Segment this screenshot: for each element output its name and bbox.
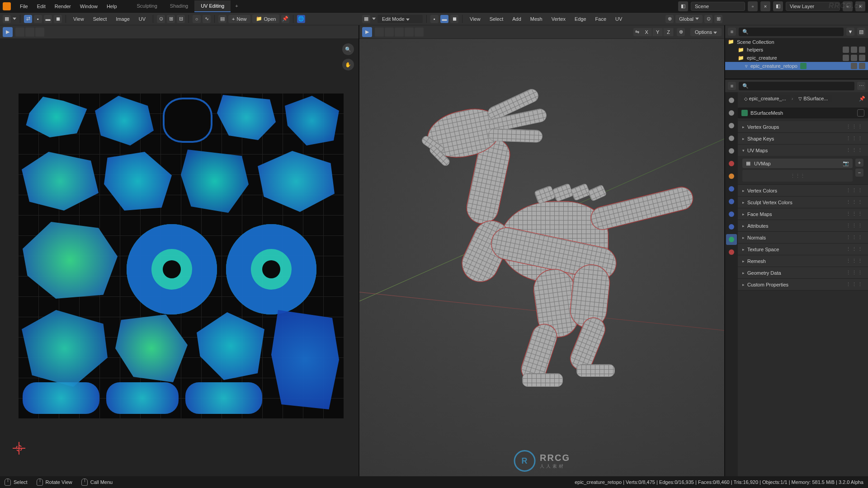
vp-menu-vertex[interactable]: Vertex xyxy=(548,15,569,23)
outliner-new-collection-icon[interactable]: ▧ xyxy=(857,28,865,36)
vp-menu-uv[interactable]: UV xyxy=(612,15,626,23)
uv-menu-image[interactable]: Image xyxy=(112,15,133,23)
outliner-row-retopo[interactable]: ▿ epic_creature_retopo xyxy=(725,62,868,70)
tab-tool-icon[interactable] xyxy=(726,95,737,106)
uv-island[interactable] xyxy=(226,224,316,314)
panel-geometry-data[interactable]: ▸Geometry Data⋮⋮⋮ xyxy=(738,267,868,278)
panel-vertex-colors[interactable]: ▸Vertex Colors⋮⋮⋮ xyxy=(738,185,868,196)
uv-island[interactable] xyxy=(95,96,154,145)
menu-edit[interactable]: Edit xyxy=(33,2,50,11)
mesh-name-field[interactable]: BSurfaceMesh xyxy=(738,108,868,118)
uv-mode-face-icon[interactable]: ◼ xyxy=(54,15,62,23)
snap-uv-icon[interactable]: ⊞ xyxy=(167,15,175,23)
menu-help[interactable]: Help xyxy=(102,2,122,11)
properties-options-icon[interactable]: ⋯ xyxy=(857,82,865,90)
properties-type-icon[interactable]: ≡ xyxy=(728,82,736,90)
pivot-3d-icon[interactable]: ⊙ xyxy=(704,15,712,23)
tab-render-icon[interactable] xyxy=(726,108,737,118)
image-open-button[interactable]: 📁 Open xyxy=(252,14,280,23)
uv-display-1-icon[interactable] xyxy=(15,28,24,37)
uv-display-3-icon[interactable] xyxy=(35,28,44,37)
uv-island[interactable] xyxy=(23,222,118,299)
cursor-tool-icon[interactable]: ▶ xyxy=(3,27,13,37)
vp-menu-face[interactable]: Face xyxy=(592,15,610,23)
uv-canvas[interactable]: 🔍 ✋ xyxy=(0,39,359,476)
tab-mesh-data-icon[interactable] xyxy=(726,234,737,245)
mode-dropdown[interactable]: Edit Mode xyxy=(377,15,423,23)
orient-dropdown[interactable]: Global xyxy=(675,15,703,23)
axis-x-button[interactable]: X xyxy=(642,28,652,36)
proportional-uv-icon[interactable]: ○ xyxy=(193,15,201,23)
hide-icon[interactable] xyxy=(851,55,857,61)
uv-island[interactable] xyxy=(217,95,276,140)
outliner-tree[interactable]: 📁 Scene Collection 📁 helpers 📁 epic_crea… xyxy=(725,38,868,79)
uv-menu-view[interactable]: View xyxy=(70,15,88,23)
creature-mesh[interactable] xyxy=(396,70,685,387)
exclude-icon[interactable] xyxy=(843,55,849,61)
outliner-search-input[interactable]: 🔍 xyxy=(739,28,844,36)
pan-icon[interactable]: ✋ xyxy=(342,59,354,70)
zoom-icon[interactable]: 🔍 xyxy=(342,43,354,55)
outliner-row-epic-creature[interactable]: 📁 epic_creature xyxy=(725,54,868,62)
vp-menu-edge[interactable]: Edge xyxy=(571,15,590,23)
mesh-display-4-icon[interactable] xyxy=(405,28,414,37)
tab-modifier-icon[interactable] xyxy=(726,183,737,194)
mirror-icon[interactable]: ⇋ xyxy=(633,28,642,36)
uv-mode-edge-icon[interactable]: ▬ xyxy=(44,15,52,23)
menu-window[interactable]: Window xyxy=(75,2,102,11)
mesh-display-1-icon[interactable] xyxy=(375,28,384,37)
camera-icon[interactable]: 📷 xyxy=(843,160,849,166)
uv-island[interactable] xyxy=(285,96,339,145)
panel-normals[interactable]: ▸Normals⋮⋮⋮ xyxy=(738,232,868,243)
uv-island[interactable] xyxy=(181,150,249,213)
options-button[interactable]: Options xyxy=(690,28,722,36)
uv-island[interactable] xyxy=(22,152,99,211)
editor-type-3d-icon[interactable]: ▦ xyxy=(362,15,370,23)
pin-icon[interactable]: 📌 xyxy=(281,15,289,23)
panel-face-maps[interactable]: ▸Face Maps⋮⋮⋮ xyxy=(738,208,868,220)
cursor-tool-3d-icon[interactable]: ▶ xyxy=(362,27,372,37)
uv-island[interactable] xyxy=(22,310,108,387)
uvmap-item[interactable]: ▦ UVMap 📷 xyxy=(742,159,853,168)
disable-render-icon[interactable] xyxy=(859,55,865,61)
panel-remesh[interactable]: ▸Remesh⋮⋮⋮ xyxy=(738,255,868,267)
uv-island[interactable] xyxy=(185,382,262,414)
sel-mode-edge-icon[interactable]: ▬ xyxy=(440,15,448,23)
uvmap-list-handle[interactable]: ⋮⋮⋮ xyxy=(742,170,853,182)
tab-viewlayer-icon[interactable] xyxy=(726,133,737,144)
vp-menu-add[interactable]: Add xyxy=(509,15,525,23)
viewlayer-browse-icon[interactable]: ◧ xyxy=(773,1,783,11)
automerge-icon[interactable]: ⊕ xyxy=(677,28,685,36)
disable-render-icon[interactable] xyxy=(859,47,865,53)
sel-mode-face-icon[interactable]: ◼ xyxy=(450,15,458,23)
editor-type-icon[interactable]: ▦ xyxy=(3,15,11,23)
uv-island[interactable] xyxy=(258,151,335,212)
scene-delete-icon[interactable]: × xyxy=(760,1,770,11)
mesh-display-3-icon[interactable] xyxy=(395,28,404,37)
panel-texture-space[interactable]: ▸Texture Space⋮⋮⋮ xyxy=(738,244,868,255)
uv-island[interactable] xyxy=(106,382,179,414)
tab-material-icon[interactable] xyxy=(726,247,737,258)
outliner-row-scene-collection[interactable]: 📁 Scene Collection xyxy=(725,38,868,46)
tab-scene-icon[interactable] xyxy=(726,145,737,156)
falloff-uv-icon[interactable]: ∿ xyxy=(203,15,211,23)
scene-new-icon[interactable]: ▫ xyxy=(748,1,758,11)
uv-menu-uv[interactable]: UV xyxy=(135,15,149,23)
uv-display-2-icon[interactable] xyxy=(25,28,34,37)
tab-object-icon[interactable] xyxy=(726,171,737,182)
mesh-display-5-icon[interactable] xyxy=(415,28,424,37)
hide-icon[interactable] xyxy=(851,47,857,53)
panel-custom-properties[interactable]: ▸Custom Properties⋮⋮⋮ xyxy=(738,279,868,290)
scene-browse-icon[interactable]: ◧ xyxy=(678,1,688,11)
pin-properties-icon[interactable]: 📌 xyxy=(859,96,865,102)
fake-user-icon[interactable] xyxy=(857,109,864,117)
tab-world-icon[interactable] xyxy=(726,158,737,169)
uv-island[interactable] xyxy=(127,224,217,314)
uv-island[interactable] xyxy=(115,314,188,382)
tab-sculpting[interactable]: Sculpting xyxy=(131,0,164,12)
panel-shape-keys[interactable]: ▸Shape Keys⋮⋮⋮ xyxy=(738,133,868,144)
uv-sync-icon[interactable]: ⇄ xyxy=(24,15,32,23)
add-workspace-button[interactable]: + xyxy=(231,0,242,12)
vp-menu-view[interactable]: View xyxy=(466,15,484,23)
breadcrumb-mesh[interactable]: ▽ BSurface... xyxy=(795,95,831,102)
